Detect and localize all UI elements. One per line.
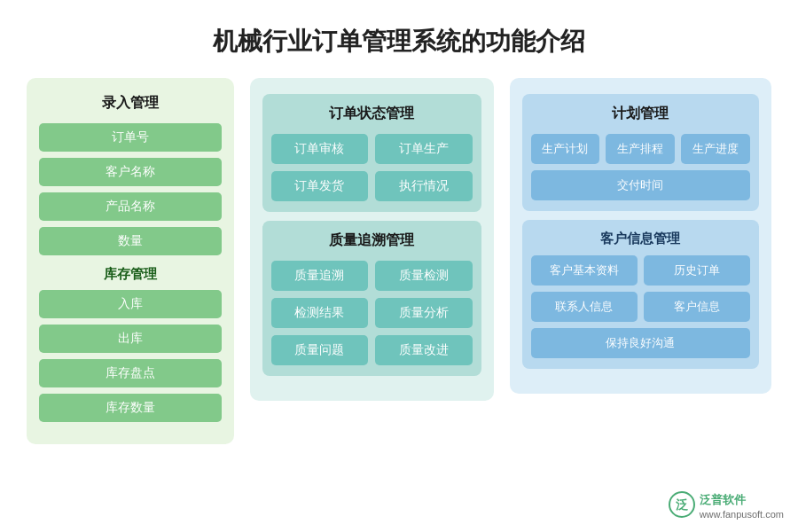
list-item: 保持良好沟通	[531, 328, 750, 358]
list-item: 出库	[39, 325, 222, 353]
list-item: 质量分析	[375, 298, 472, 328]
list-item: 入库	[39, 290, 222, 318]
list-item: 数量	[39, 227, 222, 255]
list-item: 订单发货	[271, 171, 368, 201]
right-section2: 客户信息管理 客户基本资料 历史订单 联系人信息 客户信息 保持良好沟通	[522, 220, 759, 369]
mid-section2-title: 质量追溯管理	[271, 231, 473, 250]
watermark-logo-icon: 泛	[668, 490, 696, 523]
watermark: 泛 泛普软件 www.fanpusoft.com	[668, 490, 784, 523]
list-item: 交付时间	[531, 170, 750, 200]
list-item: 库存盘点	[39, 359, 222, 387]
list-item: 订单审核	[271, 134, 368, 164]
right-section2-title: 客户信息管理	[531, 231, 750, 247]
right-column: 计划管理 生产计划 生产排程 生产进度 交付时间 客户信息管理 客户基本资料 历…	[510, 78, 771, 394]
list-item: 客户基本资料	[531, 255, 638, 286]
list-item: 客户名称	[39, 158, 222, 186]
mid-column: 订单状态管理 订单审核 订单生产 订单发货 执行情况 质量追溯管理 质量追溯 质…	[250, 78, 494, 401]
left-section2-title: 库存管理	[39, 266, 222, 283]
list-item: 产品名称	[39, 192, 222, 221]
mid-section1: 订单状态管理 订单审核 订单生产 订单发货 执行情况	[262, 94, 481, 212]
list-item: 质量追溯	[271, 261, 368, 291]
list-item: 执行情况	[375, 171, 472, 201]
list-item: 生产计划	[531, 134, 600, 164]
watermark-text: 泛普软件 www.fanpusoft.com	[700, 493, 784, 520]
list-item: 订单号	[39, 123, 222, 152]
list-item: 质量检测	[375, 261, 472, 291]
list-item: 质量改进	[375, 335, 472, 365]
right-section1-title: 计划管理	[531, 105, 750, 123]
list-item: 质量问题	[271, 335, 368, 365]
mid-section2: 质量追溯管理 质量追溯 质量检测 检测结果 质量分析 质量问题 质量改进	[262, 221, 481, 376]
list-item: 订单生产	[375, 134, 472, 164]
left-section1-title: 录入管理	[39, 94, 222, 113]
list-item: 检测结果	[271, 298, 368, 328]
list-item: 库存数量	[39, 394, 222, 422]
list-item: 生产排程	[606, 134, 675, 164]
page-title: 机械行业订单管理系统的功能介绍	[0, 0, 798, 78]
svg-text:泛: 泛	[676, 497, 689, 512]
list-item: 客户信息	[644, 292, 750, 322]
list-item: 历史订单	[644, 255, 750, 286]
mid-section1-title: 订单状态管理	[271, 105, 473, 123]
list-item: 联系人信息	[531, 292, 638, 322]
list-item: 生产进度	[681, 134, 750, 164]
left-column: 录入管理 订单号 客户名称 产品名称 数量 库存管理 入库 出库 库存盘点 库存…	[27, 78, 234, 444]
right-section1: 计划管理 生产计划 生产排程 生产进度 交付时间	[522, 94, 759, 211]
